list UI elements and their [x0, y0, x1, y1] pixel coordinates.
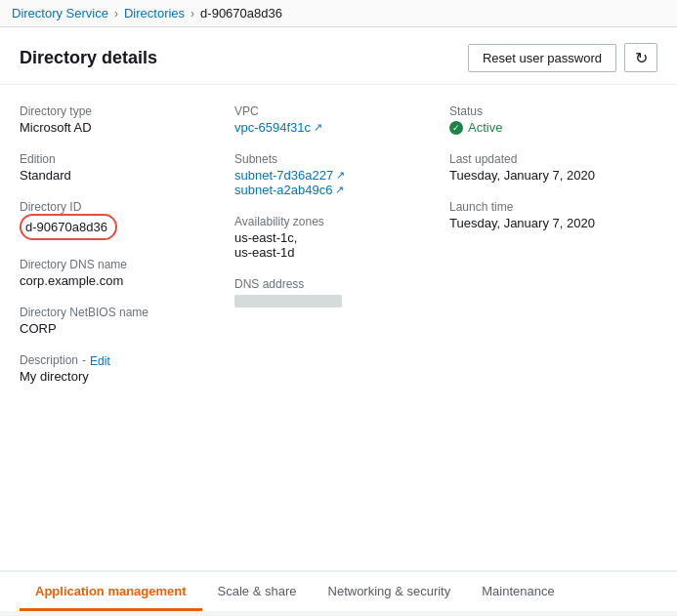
availability-zones-value: us-east-1c, us-east-1d — [234, 230, 430, 260]
details-col3: Status ✓ Active Last updated Tuesday, Ja… — [449, 104, 657, 554]
last-updated-value: Tuesday, January 7, 2020 — [449, 168, 638, 183]
edition-value: Standard — [20, 168, 215, 183]
directory-type-item: Directory type Microsoft AD — [20, 104, 215, 135]
directory-type-label: Directory type — [20, 104, 215, 118]
description-item: Description - Edit My directory — [20, 353, 215, 384]
status-item: Status ✓ Active — [449, 104, 638, 135]
subnet2-value: subnet-a2ab49c6 ↗ — [234, 183, 430, 197]
tabs-bar: Application management Scale & share Net… — [0, 571, 677, 611]
header-actions: Reset user password ↻ — [468, 43, 657, 72]
last-updated-label: Last updated — [449, 152, 638, 166]
dns-address-label: DNS address — [234, 277, 430, 291]
description-value: My directory — [20, 369, 215, 384]
status-active: ✓ Active — [449, 120, 638, 135]
vpc-item: VPC vpc-6594f31c ↗ — [234, 104, 430, 135]
availability-zones-item: Availability zones us-east-1c, us-east-1… — [234, 215, 430, 260]
subnet2-link[interactable]: subnet-a2ab49c6 ↗ — [234, 183, 344, 197]
subnet1-link[interactable]: subnet-7d36a227 ↗ — [234, 168, 345, 183]
refresh-button[interactable]: ↻ — [624, 43, 657, 72]
subnet2-external-icon: ↗ — [335, 184, 344, 196]
subnet1-external-icon: ↗ — [336, 169, 345, 182]
directory-id-label: Directory ID — [20, 200, 215, 214]
tab-application-management[interactable]: Application management — [20, 572, 202, 611]
directory-dns-label: Directory DNS name — [20, 258, 215, 271]
directory-netbios-value: CORP — [20, 321, 215, 336]
breadcrumb: Directory Service › Directories › d-9067… — [0, 0, 677, 27]
breadcrumb-sep-2: › — [190, 7, 194, 21]
details-col2: VPC vpc-6594f31c ↗ Subnets subnet-7d36a2… — [234, 104, 449, 554]
reset-user-password-button[interactable]: Reset user password — [468, 44, 616, 72]
breadcrumb-directories[interactable]: Directories — [124, 6, 185, 21]
directory-netbios-label: Directory NetBIOS name — [20, 306, 215, 319]
status-check-icon: ✓ — [449, 121, 463, 135]
vpc-value: vpc-6594f31c ↗ — [234, 120, 430, 135]
breadcrumb-current: d-90670a8d36 — [200, 6, 282, 21]
refresh-icon: ↻ — [635, 49, 648, 67]
directory-id-value: d-90670a8d36 — [25, 220, 107, 234]
tab-networking-security[interactable]: Networking & security — [313, 572, 467, 611]
directory-dns-value: corp.example.com — [20, 273, 215, 288]
dns-address-value-blurred — [234, 295, 342, 308]
tab-maintenance[interactable]: Maintenance — [466, 572, 570, 611]
breadcrumb-directory-service[interactable]: Directory Service — [12, 6, 108, 21]
status-label: Status — [449, 104, 638, 118]
dns-address-item: DNS address — [234, 277, 430, 310]
vpc-label: VPC — [234, 104, 430, 118]
description-edit-link[interactable]: Edit — [90, 354, 110, 368]
description-dash: - — [82, 353, 86, 367]
subnet1-value: subnet-7d36a227 ↗ — [234, 168, 430, 183]
details-col1: Directory type Microsoft AD Edition Stan… — [20, 104, 234, 554]
directory-netbios-item: Directory NetBIOS name CORP — [20, 306, 215, 336]
details-grid: Directory type Microsoft AD Edition Stan… — [0, 85, 677, 570]
directory-dns-item: Directory DNS name corp.example.com — [20, 258, 215, 288]
tab-scale-share[interactable]: Scale & share — [202, 572, 313, 611]
directory-id-circle: d-90670a8d36 — [20, 214, 117, 240]
external-link-icon: ↗ — [314, 121, 322, 134]
page-header: Directory details Reset user password ↻ — [0, 27, 677, 85]
vpc-link[interactable]: vpc-6594f31c ↗ — [234, 120, 322, 135]
breadcrumb-sep-1: › — [114, 7, 118, 21]
launch-time-value: Tuesday, January 7, 2020 — [449, 216, 638, 230]
last-updated-item: Last updated Tuesday, January 7, 2020 — [449, 152, 638, 183]
edition-item: Edition Standard — [20, 152, 215, 183]
subnets-item: Subnets subnet-7d36a227 ↗ subnet-a2ab49c… — [234, 152, 430, 197]
directory-id-item: Directory ID d-90670a8d36 — [20, 200, 215, 240]
launch-time-label: Launch time — [449, 200, 638, 214]
description-label: Description — [20, 353, 78, 367]
edition-label: Edition — [20, 152, 215, 166]
description-label-row: Description - Edit — [20, 353, 215, 369]
availability-zones-label: Availability zones — [234, 215, 430, 228]
page-title: Directory details — [20, 48, 157, 68]
directory-type-value: Microsoft AD — [20, 120, 215, 135]
launch-time-item: Launch time Tuesday, January 7, 2020 — [449, 200, 638, 230]
subnets-label: Subnets — [234, 152, 430, 166]
main-content: Directory details Reset user password ↻ … — [0, 27, 677, 611]
status-value: Active — [468, 120, 502, 135]
